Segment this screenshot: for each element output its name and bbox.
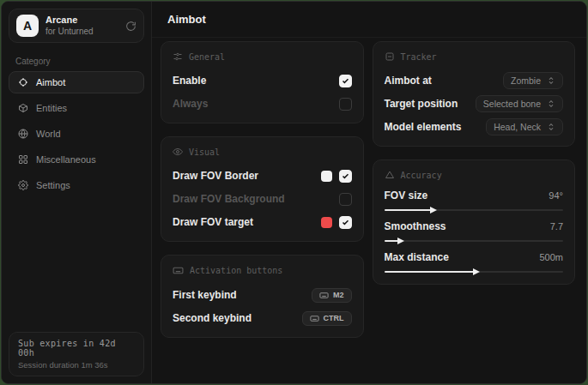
setting-row-fov-target: Draw FOV target <box>173 213 352 232</box>
first-keybind-button[interactable]: M2 <box>312 288 352 303</box>
setting-label: Enable <box>173 75 206 87</box>
app-meta: Arcane for Unturned <box>45 15 118 37</box>
general-card: General Enable Always <box>161 41 364 123</box>
sidebar-item-label: World <box>36 129 61 139</box>
dropdown-value: Zombie <box>511 75 541 86</box>
refresh-icon[interactable] <box>125 21 136 32</box>
setting-label: Draw FOV Background <box>173 193 285 205</box>
enable-checkbox[interactable] <box>339 75 352 87</box>
sidebar-item-aimbot[interactable]: Aimbot <box>9 71 144 93</box>
visual-card-title: Visual <box>173 147 352 157</box>
setting-row-fov-border: Draw FOV Border <box>173 166 352 185</box>
card-title-text: Activation buttons <box>190 266 282 275</box>
tracker-card-title: Tracker <box>385 51 564 62</box>
subscription-info-card: Sub expires in 42d 00h Session duration … <box>9 332 144 376</box>
keyboard-icon <box>310 314 319 323</box>
slider-row-smoothness: Smoothness 7.7 <box>385 220 564 242</box>
dropdown-value: Selected bone <box>483 99 541 109</box>
general-card-title: General <box>173 51 352 62</box>
slider-row-fov-size: FOV size 94° <box>385 189 564 211</box>
sidebar-item-label: Aimbot <box>36 77 65 87</box>
slider-value: 94° <box>549 190 563 201</box>
activation-card-title: Activation buttons <box>173 265 352 276</box>
tracker-card: Tracker Aimbot at Zombie Target position <box>373 41 576 147</box>
setting-row-first-keybind: First keybind M2 <box>173 286 352 304</box>
keybind-value: CTRL <box>324 314 344 322</box>
sub-expiry-text: Sub expires in 42d 00h <box>18 339 135 358</box>
setting-label: Draw FOV Border <box>173 170 258 182</box>
sidebar-item-miscellaneous[interactable]: Miscellaneous <box>9 148 144 171</box>
crosshair-icon <box>18 77 28 87</box>
sidebar-item-label: Entities <box>36 103 67 113</box>
triangle-icon <box>385 170 395 180</box>
fov-border-checkbox[interactable] <box>339 170 352 183</box>
max-distance-slider[interactable] <box>385 271 564 273</box>
app-logo: A <box>16 15 39 37</box>
eye-icon <box>173 147 183 157</box>
setting-row-model-elements: Model elements Head, Neck <box>385 117 564 136</box>
second-keybind-button[interactable]: CTRL <box>302 311 352 326</box>
aimbot-at-dropdown[interactable]: Zombie <box>503 72 563 89</box>
sidebar-item-settings[interactable]: Settings <box>9 174 144 196</box>
keyboard-icon <box>319 291 329 300</box>
smoothness-slider[interactable] <box>385 240 564 242</box>
chevrons-up-down-icon <box>547 99 555 108</box>
dropdown-value: Head, Neck <box>494 122 541 132</box>
setting-label: FOV size <box>385 189 428 202</box>
scan-icon <box>385 51 395 62</box>
accuracy-card: Accuracy FOV size 94° Smoothness <box>373 159 576 285</box>
main-header: Aimbot <box>152 2 586 38</box>
keyboard-icon <box>173 265 184 276</box>
globe-icon <box>18 129 28 139</box>
fov-size-slider[interactable] <box>385 209 564 211</box>
session-duration-text: Session duration 1m 36s <box>18 360 135 370</box>
app-window: A Arcane for Unturned Category Aimbot <box>1 1 587 384</box>
fov-target-color-swatch[interactable] <box>321 217 332 228</box>
keybind-value: M2 <box>333 291 344 299</box>
grid-icon <box>18 154 28 165</box>
sidebar-item-world[interactable]: World <box>9 123 144 145</box>
app-header-card: A Arcane for Unturned <box>9 9 144 43</box>
sidebar-item-label: Miscellaneous <box>36 154 96 165</box>
accuracy-card-title: Accuracy <box>385 170 564 180</box>
setting-label: Max distance <box>385 251 449 263</box>
slider-thumb[interactable] <box>430 207 437 214</box>
sidebar-nav: Aimbot Entities World Miscellaneous <box>2 69 151 198</box>
setting-row-second-keybind: Second keybind CTRL <box>173 309 352 328</box>
slider-value: 500m <box>539 252 563 262</box>
setting-label: Second keybind <box>173 312 252 324</box>
fov-background-checkbox[interactable] <box>339 193 352 206</box>
setting-label: Target position <box>385 98 458 110</box>
fov-target-checkbox[interactable] <box>339 216 352 229</box>
slider-thumb[interactable] <box>473 268 480 275</box>
sliders-icon <box>173 51 183 62</box>
setting-label: Draw FOV target <box>173 216 253 228</box>
always-checkbox[interactable] <box>339 98 352 111</box>
fov-border-color-swatch[interactable] <box>321 171 332 182</box>
sidebar: A Arcane for Unturned Category Aimbot <box>2 2 152 383</box>
main-panel: Aimbot General Enable <box>152 2 586 383</box>
content: General Enable Always <box>152 38 586 383</box>
chevrons-up-down-icon <box>547 76 555 85</box>
category-label: Category <box>2 50 151 69</box>
page-title: Aimbot <box>167 13 206 26</box>
setting-label: First keybind <box>173 289 237 301</box>
app-name: Arcane <box>45 15 118 27</box>
slider-thumb[interactable] <box>397 238 404 244</box>
chevrons-up-down-icon <box>547 123 555 131</box>
gear-icon <box>18 180 28 190</box>
sidebar-item-entities[interactable]: Entities <box>9 97 144 119</box>
right-column: Tracker Aimbot at Zombie Target position <box>373 41 576 375</box>
card-title-text: Tracker <box>401 52 437 62</box>
left-column: General Enable Always <box>161 41 364 375</box>
slider-value: 7.7 <box>550 221 563 232</box>
target-position-dropdown[interactable]: Selected bone <box>476 95 563 112</box>
app-subtitle: for Unturned <box>45 27 118 38</box>
card-title-text: Accuracy <box>401 171 442 180</box>
visual-card: Visual Draw FOV Border Draw FOV Backgrou… <box>161 136 364 242</box>
setting-row-fov-background: Draw FOV Background <box>173 189 352 208</box>
slider-row-max-distance: Max distance 500m <box>385 251 564 273</box>
setting-row-aimbot-at: Aimbot at Zombie <box>385 71 564 90</box>
model-elements-dropdown[interactable]: Head, Neck <box>486 118 563 135</box>
setting-row-enable: Enable <box>173 71 352 90</box>
